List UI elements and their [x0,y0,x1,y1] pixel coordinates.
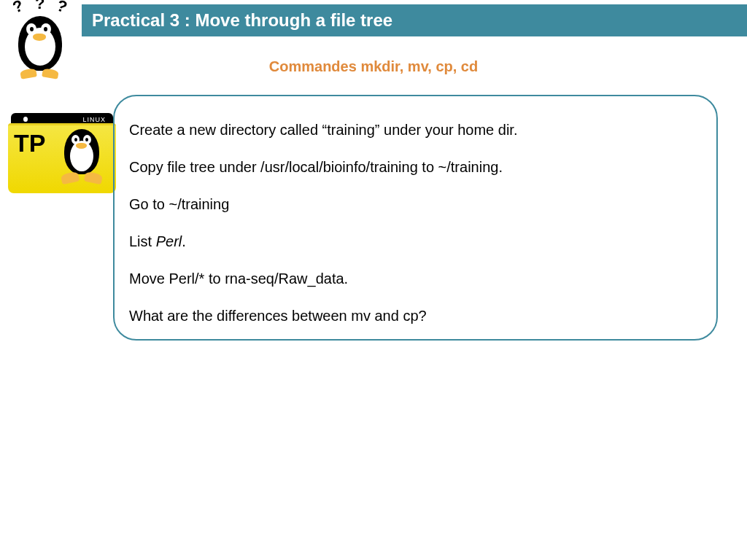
question-mark-icon: ? [54,0,70,18]
mini-tux-icon [21,114,30,124]
folder-tab-label: LINUX [82,116,106,123]
instructions-box: Create a new directory called “training”… [113,95,718,341]
step-text: List Perl. [129,233,702,250]
folder-tux-icon [58,129,106,187]
folder-label: TP [14,129,45,158]
subtitle: Commandes mkdir, mv, cp, cd [0,58,747,75]
step-text: Go to ~/training [129,196,702,213]
page-title: Practical 3 : Move through a file tree [92,10,392,31]
step-text: Copy file tree under /usr/local/bioinfo/… [129,159,702,176]
question-mark-icon: ? [10,0,26,18]
step-italic: Perl [156,233,182,249]
header-bar: Practical 3 : Move through a file tree [82,4,747,36]
step-text: Move Perl/* to rna-seq/Raw_data. [129,271,702,287]
question-mark-icon: ? [35,0,44,13]
step-suffix: . [182,233,186,249]
tp-folder-icon: LINUX TP [4,113,120,193]
tux-mascot-icon: ? ? ? [7,0,77,84]
step-prefix: List [129,233,156,249]
step-text: What are the differences between mv and … [129,308,702,324]
step-text: Create a new directory called “training”… [129,122,702,139]
